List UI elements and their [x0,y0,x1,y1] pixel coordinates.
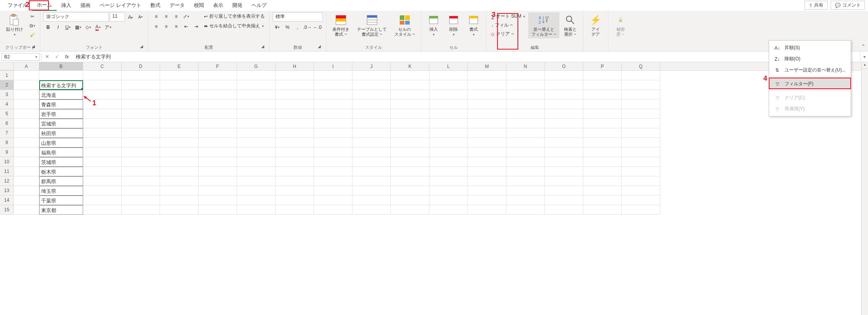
cell[interactable] [622,99,660,109]
cell[interactable] [622,109,660,119]
cell[interactable] [237,99,275,109]
cell[interactable] [122,176,160,186]
cell[interactable]: 秋田県 [39,128,83,138]
cell[interactable] [14,196,39,205]
clear-filter-item[interactable]: ▽クリア(C) [769,92,851,103]
cell[interactable] [14,138,39,148]
cell[interactable] [314,80,352,90]
column-header[interactable]: M [468,62,506,70]
row-header[interactable]: 9 [0,148,14,157]
cell[interactable] [583,176,622,186]
cell[interactable] [429,205,468,215]
cell[interactable] [275,196,314,205]
alignment-launcher[interactable]: ◢ [260,44,265,50]
column-header[interactable]: I [314,62,352,70]
cell[interactable] [622,186,660,196]
cell[interactable] [314,109,352,119]
column-header[interactable]: D [122,62,160,70]
cell[interactable] [391,138,429,148]
sort-desc-item[interactable]: Z↓降順(O) [769,53,851,65]
cell[interactable] [237,196,275,205]
cell[interactable] [391,148,429,157]
fill-button[interactable]: ↓フィル ~ [489,21,527,29]
cell[interactable] [545,71,583,80]
cell[interactable] [545,90,583,99]
cell[interactable] [160,90,199,99]
cell[interactable] [545,176,583,186]
align-center-button[interactable]: ≡ [162,22,171,31]
cell[interactable] [275,119,314,128]
cell[interactable] [199,71,237,80]
cell[interactable] [545,205,583,215]
column-header[interactable]: G [237,62,275,70]
cell[interactable] [391,157,429,167]
cell[interactable] [429,99,468,109]
tab-view[interactable]: 表示 [209,0,228,10]
cell[interactable] [506,186,545,196]
formula-expand-button[interactable]: ▾ [860,51,868,62]
cell[interactable] [622,196,660,205]
cell[interactable] [468,186,506,196]
cell[interactable] [352,119,391,128]
cell[interactable] [14,109,39,119]
align-left-button[interactable]: ≡ [152,22,161,31]
align-top-button[interactable]: ≡ [152,12,161,21]
cell[interactable] [199,138,237,148]
fill-color-button[interactable]: ◇▾ [83,23,93,32]
column-header[interactable]: B [39,62,83,70]
cell[interactable] [468,157,506,167]
column-header[interactable]: H [275,62,314,70]
merge-center-button[interactable]: ⬌セルを結合して中央揃え▾ [202,22,266,30]
cell[interactable] [83,176,122,186]
delete-cells-button[interactable]: 削除▾ [444,12,463,38]
cell[interactable] [506,167,545,176]
column-header[interactable]: C [83,62,122,70]
cell[interactable] [199,176,237,186]
font-launcher[interactable]: ◢ [139,44,144,50]
cell[interactable] [14,186,39,196]
cell[interactable] [314,148,352,157]
cell[interactable] [275,148,314,157]
cell[interactable] [122,205,160,215]
cell[interactable] [83,167,122,176]
cell[interactable] [583,90,622,99]
name-box[interactable]: B2▾ [2,53,40,61]
reapply-item[interactable]: ▽再適用(Y) [769,103,851,114]
cell[interactable] [122,157,160,167]
cell[interactable] [391,119,429,128]
cell[interactable] [429,176,468,186]
paste-button[interactable]: 貼り付け ▾ [3,12,26,38]
cell[interactable] [506,128,545,138]
cell[interactable] [314,138,352,148]
cell[interactable] [237,186,275,196]
cell[interactable] [275,71,314,80]
cell[interactable] [391,90,429,99]
cell[interactable] [199,109,237,119]
cell[interactable] [545,128,583,138]
cell[interactable] [275,138,314,148]
vertical-scrollbar[interactable]: ▴ [861,62,868,315]
cell[interactable] [352,148,391,157]
cell[interactable] [545,157,583,167]
cell[interactable] [275,109,314,119]
cell[interactable] [160,167,199,176]
row-header[interactable]: 2 [0,80,14,90]
increase-indent-button[interactable]: ⇥ [192,22,201,31]
cell[interactable] [314,176,352,186]
cell[interactable] [352,138,391,148]
column-header[interactable]: K [391,62,429,70]
font-name-select[interactable]: 游ゴシック [43,12,109,22]
cell[interactable] [583,109,622,119]
cell[interactable] [122,167,160,176]
cell[interactable] [160,176,199,186]
cell[interactable] [545,196,583,205]
cell[interactable] [199,90,237,99]
cell[interactable] [468,148,506,157]
cell[interactable] [160,109,199,119]
cell[interactable] [160,138,199,148]
cell[interactable] [391,128,429,138]
cell[interactable] [199,99,237,109]
cell[interactable] [83,196,122,205]
cell[interactable] [352,109,391,119]
cell[interactable] [237,176,275,186]
